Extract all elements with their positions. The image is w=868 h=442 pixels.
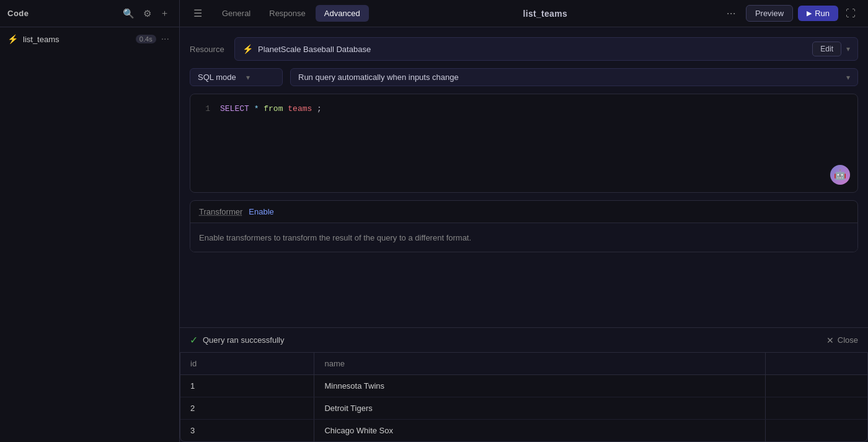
cell-extra	[765, 397, 867, 420]
code-star: *	[254, 104, 259, 113]
mode-row: SQL mode ▾ Run query automatically when …	[190, 68, 858, 86]
search-button[interactable]: 🔍	[120, 6, 137, 22]
cell-name: Detroit Tigers	[314, 397, 765, 420]
keyword-select: SELECT	[220, 104, 249, 113]
cell-name: Minnesota Twins	[314, 375, 765, 397]
maximize-icon: ⛶	[846, 8, 856, 19]
col-name: name	[314, 353, 765, 375]
sidebar-item-left: ⚡ list_teams	[7, 34, 60, 44]
sidebar-header: Code 🔍 ⚙ ＋	[0, 0, 179, 27]
resource-name: PlanetScale Baseball Database	[258, 45, 371, 54]
sidebar-item-badge: 0.4s	[136, 35, 156, 43]
bottom-area: ✓ Query ran successfully ✕ Close id name	[180, 327, 868, 442]
sidebar-header-icons: 🔍 ⚙ ＋	[120, 5, 172, 22]
chevron-down-icon: ▾	[846, 45, 850, 53]
more-options-button[interactable]: ···	[722, 4, 741, 22]
transformer-description: Enable transformers to transform the res…	[199, 233, 471, 242]
table-name: teams	[288, 104, 312, 113]
resource-label: Resource	[190, 45, 227, 54]
filter-icon: ⚙	[143, 8, 151, 19]
run-icon: ▶	[807, 9, 812, 17]
maximize-button[interactable]: ⛶	[843, 6, 858, 22]
line-number-1: 1	[200, 104, 210, 113]
sidebar-item-name: list_teams	[23, 35, 60, 44]
resource-row: Resource ⚡ PlanetScale Baseball Database…	[190, 37, 858, 61]
code-editor[interactable]: 1 SELECT * from teams ; 🤖	[190, 94, 858, 193]
code-line-1: 1 SELECT * from teams ;	[200, 104, 848, 113]
content-area: Resource ⚡ PlanetScale Baseball Database…	[180, 27, 868, 327]
close-button[interactable]: ✕ Close	[826, 335, 858, 345]
sidebar-item-actions: 0.4s ···	[136, 32, 172, 46]
run-options-selector[interactable]: Run query automatically when inputs chan…	[290, 68, 858, 86]
tab-response[interactable]: Response	[260, 5, 314, 22]
top-nav-left: ☰ General Response Advanced	[190, 5, 369, 22]
col-extra	[765, 353, 867, 375]
query-icon: ⚡	[7, 34, 18, 44]
resource-selector[interactable]: ⚡ PlanetScale Baseball Database Edit ▾	[234, 37, 858, 61]
cell-id: 2	[180, 397, 314, 420]
table-header-row: id name	[180, 353, 867, 375]
close-x-icon: ✕	[826, 335, 834, 345]
tab-advanced[interactable]: Advanced	[316, 5, 369, 22]
add-button[interactable]: ＋	[157, 5, 172, 22]
run-label: Run	[815, 9, 830, 18]
sidebar-toggle-icon: ☰	[193, 8, 202, 19]
top-nav-right: ··· Preview ▶ Run ⛶	[722, 4, 858, 22]
search-icon: 🔍	[123, 8, 135, 19]
ai-avatar-button[interactable]: 🤖	[830, 165, 850, 185]
run-options-label: Run query automatically when inputs chan…	[298, 73, 459, 82]
semicolon: ;	[317, 104, 322, 113]
success-bar: ✓ Query ran successfully ✕ Close	[180, 327, 868, 352]
cell-extra	[765, 375, 867, 397]
transformer-header: Transformer Enable	[190, 201, 857, 223]
item-more-button[interactable]: ···	[159, 32, 172, 46]
cell-name: Chicago White Sox	[314, 420, 765, 442]
success-icon: ✓	[190, 334, 198, 346]
query-title: list_teams	[523, 9, 567, 19]
cell-extra	[765, 420, 867, 442]
transformer-body: Enable transformers to transform the res…	[190, 223, 857, 252]
preview-button[interactable]: Preview	[746, 5, 793, 22]
top-nav: ☰ General Response Advanced list_teams ·…	[180, 0, 868, 27]
keyword-from: from	[264, 104, 283, 113]
table-row: 1Minnesota Twins	[180, 375, 867, 397]
sidebar-title: Code	[7, 9, 29, 18]
mode-label: SQL mode	[198, 73, 236, 82]
resource-actions: Edit ▾	[812, 42, 850, 56]
sidebar-header-left: Code	[7, 9, 29, 18]
mode-selector[interactable]: SQL mode ▾	[190, 68, 283, 86]
sidebar-toggle-button[interactable]: ☰	[190, 5, 206, 22]
success-message: Query ran successfully	[203, 335, 285, 345]
success-left: ✓ Query ran successfully	[190, 334, 285, 346]
filter-button[interactable]: ⚙	[141, 6, 154, 22]
table-row: 2Detroit Tigers	[180, 397, 867, 420]
table-row: 3Chicago White Sox	[180, 420, 867, 442]
cell-id: 3	[180, 420, 314, 442]
col-id: id	[180, 353, 314, 375]
results-section: id name 1Minnesota Twins2Detroit Tigers3…	[180, 352, 868, 442]
main-panel: ☰ General Response Advanced list_teams ·…	[180, 0, 868, 442]
code-content: SELECT * from teams ;	[220, 104, 322, 113]
edit-button[interactable]: Edit	[812, 42, 841, 56]
resource-icon: ⚡	[242, 44, 253, 54]
cell-id: 1	[180, 375, 314, 397]
mode-chevron-icon: ▾	[246, 73, 250, 82]
enable-link[interactable]: Enable	[249, 207, 273, 216]
more-icon: ···	[727, 7, 736, 19]
sidebar: Code 🔍 ⚙ ＋ ⚡ list_teams 0.4s ···	[0, 0, 180, 442]
add-icon: ＋	[160, 7, 169, 19]
tab-general[interactable]: General	[213, 5, 259, 22]
results-table: id name 1Minnesota Twins2Detroit Tigers3…	[180, 353, 867, 441]
sidebar-item-list-teams[interactable]: ⚡ list_teams 0.4s ···	[0, 27, 179, 51]
run-button[interactable]: ▶ Run	[798, 6, 838, 21]
transformer-label: Transformer	[199, 207, 242, 216]
tab-list: General Response Advanced	[213, 5, 369, 22]
run-options-chevron-icon: ▾	[846, 73, 850, 82]
transformer-section: Transformer Enable Enable transformers t…	[190, 200, 858, 252]
close-label: Close	[838, 335, 858, 345]
